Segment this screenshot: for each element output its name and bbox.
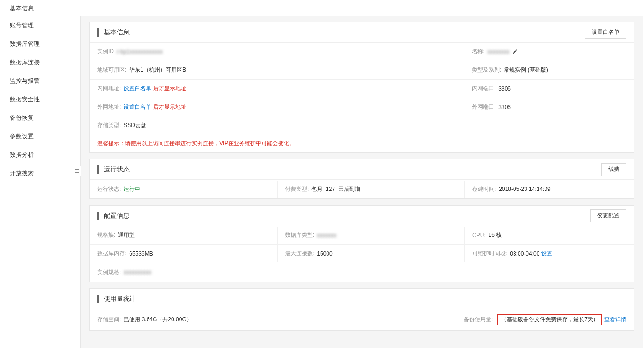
config-card: 配置信息 变更配置 规格族: 通用型 数据库类型: xxxxxxx CPU: 1… <box>89 205 634 282</box>
sidebar-item-label: 备份恢复 <box>10 114 34 122</box>
maint-value: 03:00-04:00 <box>510 251 539 257</box>
sidebar-item-opensearch[interactable]: 开放搜索 <box>0 164 80 183</box>
region-value: 华东1（杭州）可用区B <box>129 66 186 74</box>
status-card: 运行状态 续费 运行状态: 运行中 付费类型: 包月 127 天后到期 <box>89 159 634 199</box>
maint-label: 可维护时间段: <box>472 250 507 257</box>
backup-usage-label: 备份使用量: <box>464 316 493 324</box>
sidebar-item-label: 数据库连接 <box>10 58 40 67</box>
basic-info-title: 基本信息 <box>104 28 130 37</box>
created-label: 创建时间: <box>472 185 496 193</box>
edit-name-icon[interactable] <box>511 48 519 55</box>
billing-label: 付费类型: <box>285 185 309 193</box>
sidebar-collapse-icon[interactable] <box>71 166 81 176</box>
spec-value: xxxxxxxxxx <box>124 269 151 276</box>
main-content: 基本信息 设置白名单 实例ID r-bp1xxxxxxxxxxxx 名称: xx… <box>81 16 643 348</box>
billing-suffix: 天后到期 <box>338 185 360 193</box>
name-label: 名称: <box>472 48 484 55</box>
family-label: 规格族: <box>97 231 115 239</box>
extranet-port-label: 外网端口: <box>472 103 495 111</box>
storage-usage-label: 存储空间: <box>97 316 121 324</box>
sidebar-item-params[interactable]: 参数设置 <box>0 127 80 146</box>
billing-days: 127 <box>326 186 335 192</box>
cpu-value: 16 核 <box>489 231 502 239</box>
connection-tip: 温馨提示：请使用以上访问连接串进行实例连接，VIP在业务维护中可能会变化。 <box>97 140 295 147</box>
storage-usage-value: 已使用 3.64G（共20.00G） <box>124 316 192 324</box>
top-bar: 基本信息 <box>0 0 643 16</box>
sidebar-item-label: 参数设置 <box>10 132 34 141</box>
mem-value: 65536MB <box>129 251 153 257</box>
maxconn-value: 15000 <box>317 251 332 257</box>
storage-type-label: 存储类型: <box>97 122 121 129</box>
maint-set-link[interactable]: 设置 <box>541 250 552 257</box>
extranet-port-value: 3306 <box>498 104 511 110</box>
name-value: xxxxxxxx <box>487 49 509 55</box>
usage-card: 使用量统计 存储空间: 已使用 3.64G（共20.00G） 备份使用量: （基… <box>89 288 634 331</box>
sidebar-item-database[interactable]: 数据库管理 <box>0 35 80 53</box>
region-label: 地域可用区: <box>97 66 126 74</box>
sidebar-item-monitor[interactable]: 监控与报警 <box>0 72 80 90</box>
set-whitelist-button[interactable]: 设置白名单 <box>585 26 626 39</box>
cpu-label: CPU: <box>472 232 486 239</box>
intranet-port-value: 3306 <box>498 86 511 92</box>
sidebar: 账号管理 数据库管理 数据库连接 监控与报警 数据安全性 备份恢复 参数设置 数… <box>0 16 81 348</box>
usage-title: 使用量统计 <box>104 295 136 303</box>
backup-detail-link[interactable]: 查看详情 <box>604 316 626 324</box>
config-title: 配置信息 <box>104 212 130 220</box>
sidebar-item-label: 开放搜索 <box>10 169 34 178</box>
extranet-addr-suffix: 后才显示地址 <box>153 103 186 111</box>
intranet-addr-suffix: 后才显示地址 <box>153 85 186 92</box>
maxconn-label: 最大连接数: <box>285 250 314 257</box>
instance-id-label: 实例ID <box>97 48 114 55</box>
backup-boxed-note: （基础版备份文件免费保存，最长7天） <box>497 314 602 325</box>
change-config-button[interactable]: 变更配置 <box>590 209 626 222</box>
created-value: 2018-05-23 14:14:09 <box>499 186 550 192</box>
sidebar-item-account[interactable]: 账号管理 <box>0 16 80 35</box>
sidebar-item-connection[interactable]: 数据库连接 <box>0 53 80 72</box>
sidebar-item-analysis[interactable]: 数据分析 <box>0 146 80 164</box>
billing-prefix: 包月 <box>311 185 322 193</box>
family-value: 通用型 <box>118 231 135 239</box>
page-title: 基本信息 <box>10 4 34 12</box>
spec-label: 实例规格: <box>97 269 121 276</box>
mem-label: 数据库内存: <box>97 250 126 257</box>
intranet-whitelist-link[interactable]: 设置白名单 <box>124 85 151 92</box>
sidebar-item-label: 数据库管理 <box>10 40 40 48</box>
sidebar-item-label: 监控与报警 <box>10 77 40 85</box>
extranet-whitelist-link[interactable]: 设置白名单 <box>124 103 151 111</box>
storage-type-value: SSD云盘 <box>124 122 146 129</box>
renew-button[interactable]: 续费 <box>601 163 626 176</box>
intranet-addr-label: 内网地址: <box>97 85 121 92</box>
sidebar-item-backup[interactable]: 备份恢复 <box>0 109 80 127</box>
basic-info-card: 基本信息 设置白名单 实例ID r-bp1xxxxxxxxxxxx 名称: xx… <box>89 22 634 153</box>
intranet-port-label: 内网端口: <box>472 85 495 92</box>
sidebar-item-security[interactable]: 数据安全性 <box>0 90 80 109</box>
sidebar-item-label: 数据分析 <box>10 151 34 159</box>
status-label: 运行状态: <box>97 185 121 193</box>
dbtype-value: xxxxxxx <box>317 232 336 239</box>
extranet-addr-label: 外网地址: <box>97 103 121 111</box>
instance-id-value: r-bp1xxxxxxxxxxxx <box>117 49 163 55</box>
status-title: 运行状态 <box>104 165 130 174</box>
status-value: 运行中 <box>124 185 140 193</box>
sidebar-item-label: 账号管理 <box>10 21 34 30</box>
type-value: 常规实例 (基础版) <box>504 66 548 74</box>
type-label: 类型及系列: <box>472 66 501 74</box>
dbtype-label: 数据库类型: <box>285 231 314 239</box>
sidebar-item-label: 数据安全性 <box>10 95 40 104</box>
